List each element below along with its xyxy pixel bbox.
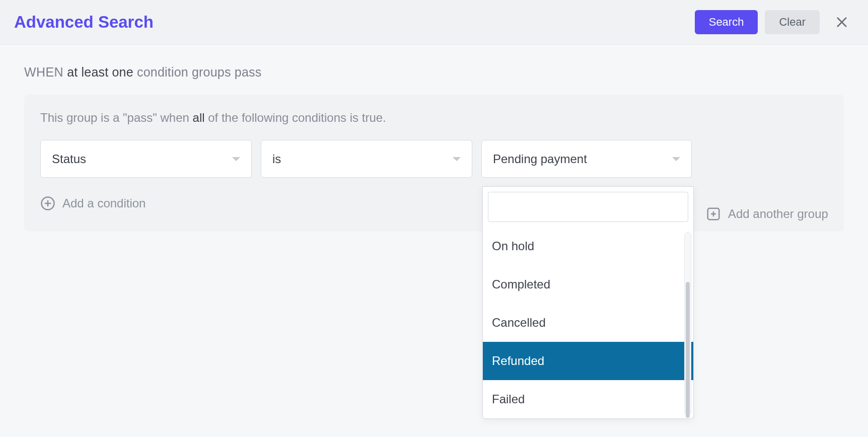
- dropdown-option[interactable]: Cancelled: [483, 304, 693, 342]
- group-desc-mode[interactable]: all: [193, 111, 205, 124]
- condition-operator-value: is: [272, 152, 281, 166]
- add-another-group-button[interactable]: Add another group: [706, 206, 828, 222]
- dropdown-option[interactable]: Completed: [483, 265, 693, 304]
- dropdown-search-input[interactable]: [488, 192, 688, 222]
- dropdown-search-wrapper: [483, 187, 693, 227]
- when-mode[interactable]: at least one: [67, 65, 133, 79]
- clear-button[interactable]: Clear: [765, 10, 820, 34]
- scrollbar-thumb[interactable]: [686, 282, 690, 418]
- chevron-down-icon: [453, 157, 461, 161]
- dropdown-option[interactable]: Failed: [483, 380, 693, 418]
- condition-value-text: Pending payment: [493, 152, 587, 166]
- dropdown-options-list: On holdCompletedCancelledRefundedFailed: [483, 227, 693, 418]
- group-desc-prefix: This group is a "pass" when: [40, 111, 189, 124]
- chevron-down-icon: [672, 157, 680, 161]
- condition-value-select[interactable]: Pending payment: [481, 140, 692, 178]
- value-dropdown-panel: On holdCompletedCancelledRefundedFailed: [482, 186, 694, 419]
- close-button[interactable]: [830, 10, 854, 34]
- add-condition-button[interactable]: Add a condition: [40, 196, 146, 211]
- when-clause: WHEN at least one condition groups pass: [24, 65, 844, 80]
- condition-field-value: Status: [52, 152, 86, 166]
- page-title: Advanced Search: [14, 13, 688, 32]
- group-desc-suffix: of the following conditions is true.: [208, 111, 386, 124]
- search-button[interactable]: Search: [695, 10, 758, 34]
- condition-row: Status is Pending payment: [40, 140, 828, 178]
- plus-square-icon: [706, 206, 721, 222]
- close-icon: [835, 15, 849, 29]
- plus-circle-icon: [40, 196, 55, 211]
- condition-operator-select[interactable]: is: [261, 140, 472, 178]
- add-condition-label: Add a condition: [62, 196, 146, 210]
- dropdown-option[interactable]: On hold: [483, 227, 693, 265]
- condition-field-select[interactable]: Status: [40, 140, 252, 178]
- dropdown-scrollbar[interactable]: [684, 232, 691, 415]
- header-bar: Advanced Search Search Clear: [0, 0, 868, 45]
- add-group-label: Add another group: [728, 207, 828, 221]
- when-suffix: condition groups pass: [137, 65, 261, 79]
- dropdown-option[interactable]: Refunded: [483, 342, 693, 380]
- when-prefix: WHEN: [24, 65, 63, 79]
- chevron-down-icon: [232, 157, 240, 161]
- group-description: This group is a "pass" when all of the f…: [40, 111, 828, 125]
